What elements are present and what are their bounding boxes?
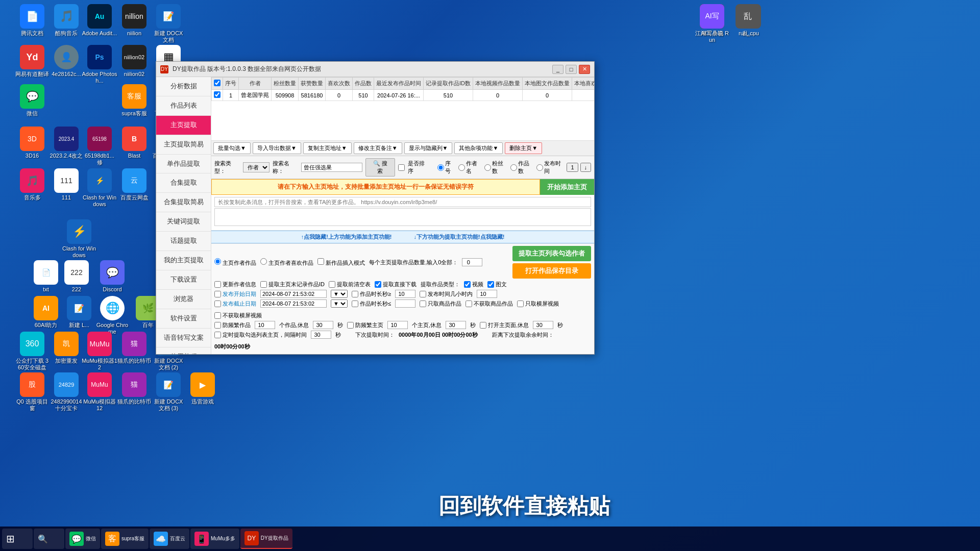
sidebar-item-single[interactable]: 单作品提取 [156,155,211,174]
sidebar-item-home-simple[interactable]: 主页提取简易 [156,135,211,155]
desktop-icon-60ai[interactable]: AI 60AI助力 [28,296,64,329]
sidebar-item-browser[interactable]: 浏览器 [156,290,211,309]
anti-sleep-input[interactable] [313,321,333,329]
cb-duration-max[interactable]: 作品时长秒≤ [352,300,391,308]
desktop-icon-ps[interactable]: Ps Adobe Photosh... [82,45,117,84]
desktop-icon-chaos[interactable]: 乱 乱... [730,4,766,37]
sidebar-item-keyword[interactable]: 关键词提取 [156,212,211,232]
desc-button[interactable]: ↓ [580,163,592,172]
search-button[interactable]: 🔍 搜索 [365,158,395,177]
start-add-home-button[interactable]: 开始添加主页 [540,179,594,195]
cb-no-sell[interactable]: 不获取商品作品 [465,300,513,308]
sort-radio-publish[interactable]: 发布时间 [536,160,564,175]
desktop-icon-tx-doc[interactable]: 📄 腾讯文档 [14,4,50,37]
sort-radio-publish-input[interactable] [536,164,543,171]
cb-anti-home[interactable]: 防频繁主页 [347,321,383,329]
date-start-type[interactable]: ▼ [331,290,348,298]
search-name-input[interactable] [301,163,362,172]
sort-radio-fans-input[interactable] [484,164,491,171]
checkbox-new-mode[interactable]: 新作品插入模式 [317,258,365,267]
cb-update-author[interactable]: 更新作者信息 [214,281,256,288]
sidebar-item-topic[interactable]: 话题提取 [156,232,211,251]
desktop-icon-stock[interactable]: 股 Q0 选股项目窗 [14,372,50,412]
open-first-input[interactable] [533,321,553,329]
taskbar-supra[interactable]: 客 supra客服 [101,529,149,549]
cb-open-first[interactable]: 打开主页面,休息 [480,321,529,329]
taskbar-wechat[interactable]: 💬 微信 [65,529,100,549]
desktop-icon-music2[interactable]: 🎵 音乐多 [14,168,50,201]
desktop-icon-clash[interactable]: ⚡ Clash for Windows [61,219,97,259]
cb-anti-heavy[interactable]: 防频繁作品 [214,321,251,329]
cb-timer[interactable]: 定时提取勾选列表主页，间隔时间 [214,331,307,339]
cb-no-landscape[interactable]: 不获取横屏视频 [214,312,262,319]
copy-url-button[interactable]: 复制主页地址▼ [303,142,352,154]
desktop-icon-supra[interactable]: 客服 supra客服 [116,84,152,117]
sidebar-item-collection-simple[interactable]: 合集提取简易 [156,193,211,212]
desktop-icon-222[interactable]: 222 222 [59,260,94,293]
row-checkbox-cell[interactable] [212,90,223,101]
desktop-icon-2023[interactable]: 2023.4 2023.2.4改之 [48,127,84,159]
search-type-select[interactable]: 作者 ID 备注 [243,162,270,172]
duration-min-input[interactable] [395,290,415,298]
cb-img[interactable]: 图文 [487,281,507,288]
asc-button[interactable]: 1 [567,163,578,172]
taskbar-start[interactable]: ⊞ [2,529,33,549]
desktop-icon-blast[interactable]: B Blast [116,127,152,159]
desktop-icon-au[interactable]: Au Adobe Audit... [82,4,117,37]
duration-max-input[interactable] [395,299,415,308]
cb-within-hours[interactable]: 发布时间几小时内 [420,290,473,298]
sidebar-item-analyze[interactable]: 分析数据 [156,77,211,96]
desktop-icon-baidu-net[interactable]: 云 百度云网盘 [116,168,152,201]
date-start-input[interactable] [260,290,327,298]
radio-home-author-fav[interactable]: 主页作者喜欢作品 [260,258,313,267]
sort-radio-index[interactable]: 序号 [437,160,454,175]
desktop-icon-kaiji[interactable]: 凯 加密重发 [48,332,84,364]
sort-radio-author-input[interactable] [458,164,465,171]
desktop-icon-mumu2[interactable]: MuMu MuMu模拟器 12 [82,372,117,412]
desktop-icon-momao2[interactable]: 猫 猫爪的比特币 [116,372,152,405]
anti-heavy-input[interactable] [255,321,275,329]
table-area[interactable]: 序号 作者 粉丝数量 获赞数量 喜欢次数 作品数 最近发布作品时间 记录提取作品… [211,77,594,141]
desktop-icon-wechat[interactable]: 💬 微信 [14,84,50,117]
date-end-input[interactable] [260,299,327,308]
desktop-icon-clash2[interactable]: ⚡ Clash for Windows [82,168,117,208]
desktop-icon-music[interactable]: 🎵 酷狗音乐 [48,4,84,37]
desktop-icon-24829[interactable]: 24829 2482990014 十分宝卡 [48,372,84,412]
sort-radio-fans[interactable]: 粉丝数 [484,160,506,175]
sidebar-item-tutorial[interactable]: 使用教程 [156,347,211,354]
url-textarea[interactable] [214,208,591,226]
desktop-icon-yd[interactable]: Yd 网易有道翻译 [14,45,50,78]
sidebar-item-home-extract[interactable]: 主页提取 [156,116,211,135]
taskbar-baidu[interactable]: ☁️ 百度云 [150,529,189,549]
desktop-icon-chrome[interactable]: 🌐 Google Chrome [94,296,130,335]
timer-interval-input[interactable] [311,331,331,339]
row-checkbox[interactable] [214,91,220,98]
desktop-icon-send-game[interactable]: ▶ 迅雷游戏 [185,372,220,405]
desktop-icon-niillion[interactable]: nillion niilion [116,4,152,37]
cb-clear-before[interactable]: 提取前清空表 [329,281,371,288]
desktop-icon-new-docx[interactable]: 📝 新建 L... [61,296,97,329]
desktop-icon-360[interactable]: 360 公众打下载 360安全磁盘 [14,332,50,371]
desktop-icon-111[interactable]: 111 111 [48,168,84,201]
sort-radio-works[interactable]: 作品数 [510,160,532,175]
sort-radio-author[interactable]: 作者名 [458,160,480,175]
cb-direct-download[interactable]: 提取直接下载 [375,281,416,288]
desktop-icon-niilion02[interactable]: niilion02 niilion02 [116,45,152,78]
within-hours-input[interactable] [477,290,497,298]
extract-button[interactable]: 提取主页列表勾选作者 [512,246,591,261]
maximize-button[interactable]: □ [566,65,577,74]
delete-home-button[interactable]: 删除主页▼ [505,142,542,154]
radio-home-author-works[interactable]: 主页作者作品 [214,258,256,267]
url-input[interactable] [214,197,591,207]
desktop-icon-wps[interactable]: 📝 新建 DOCX 文档 [151,4,186,43]
cb-date-end[interactable]: 发布截止日期 [214,300,256,308]
sort-radio-works-input[interactable] [510,164,517,171]
desktop-icon-ai-novel[interactable]: AI写 AI写小说 [694,4,730,37]
sidebar-item-software-settings[interactable]: 软件设置 [156,309,211,329]
sidebar-item-my-home[interactable]: 我的主页提取 [156,251,211,270]
desktop-icon-docx3[interactable]: 📝 新建 DOCX 文档 (3) [151,372,186,412]
open-dir-button[interactable]: 打开作品保存目录 [512,263,591,279]
desktop-icon-discord[interactable]: 💬 Discord [94,260,130,293]
cb-extract-record[interactable]: 提取主页末记录作品ID [260,281,325,288]
taskbar-dy-app[interactable]: DY DY提取作品 [240,529,292,549]
